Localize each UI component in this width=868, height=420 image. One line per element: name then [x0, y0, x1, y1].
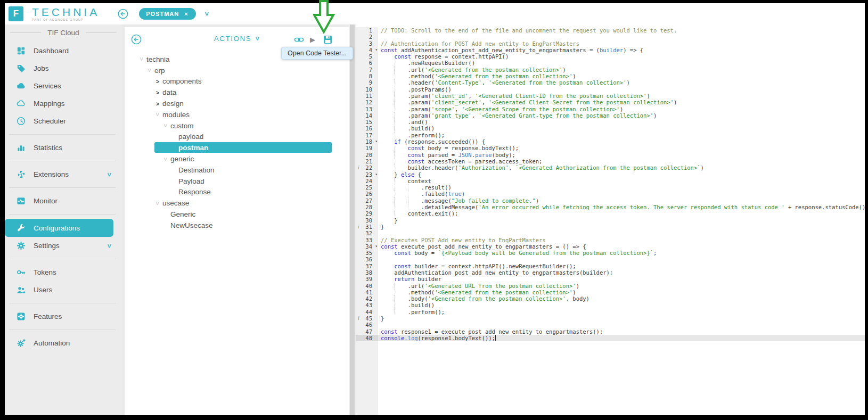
code-line-15[interactable]: 15.and()	[356, 119, 865, 125]
code-line-12[interactable]: 12.param('client_secret', '<Generated Cl…	[356, 99, 865, 105]
sidebar-item-mappings[interactable]: Mappings	[5, 95, 122, 112]
code-line-13[interactable]: 13.param('scope', '<Generated Scope from…	[356, 106, 865, 112]
code-line-46[interactable]: 46	[356, 322, 865, 328]
tree-expander-closed-icon[interactable]: >	[153, 89, 162, 96]
code-line-44[interactable]: 44.perform();	[356, 309, 865, 315]
fold-arrow-icon[interactable]: ▾	[375, 243, 378, 250]
sidebar-item-tokens[interactable]: Tokens	[5, 263, 122, 281]
code-line-9[interactable]: 9.header('Content-Type', '<Generated fro…	[356, 79, 865, 86]
tree-item-postman[interactable]: postman	[125, 142, 349, 153]
tree-expander-open-icon[interactable]: >	[138, 55, 145, 63]
tree-item-generic[interactable]: Generic	[125, 209, 349, 220]
tree-expander-open-icon[interactable]: >	[162, 155, 169, 163]
sidebar-item-settings[interactable]: Settings>	[5, 237, 122, 254]
code-line-18[interactable]: 18▾if (response.succeeded()) {	[356, 138, 865, 145]
code-line-10[interactable]: 10.postParams()	[356, 86, 865, 93]
fold-arrow-icon[interactable]: ▾	[375, 47, 378, 53]
code-line-27[interactable]: 27.message("Job failed to complete.")	[356, 197, 865, 204]
code-line-22[interactable]: 22ibuilder.header('Authorization', `<Gen…	[356, 164, 865, 171]
code-line-35[interactable]: 35const body = `{<Payload body will be G…	[356, 250, 865, 256]
code-line-42[interactable]: 42.body('<Generated from the postman col…	[356, 295, 865, 302]
sidebar-item-scheduler[interactable]: Scheduler	[5, 112, 122, 130]
code-line-30[interactable]: 30}	[356, 217, 865, 224]
scrollbar-thumb[interactable]	[350, 24, 355, 415]
code-line-28[interactable]: 28.detailedMessage('An error occurred wh…	[356, 204, 865, 210]
code-line-1[interactable]: 1// TODO: Scroll to the end of the file …	[356, 27, 865, 34]
code-line-6[interactable]: 6.newRequestBuilder()	[356, 60, 865, 66]
tree-item-erp[interactable]: >erp	[125, 65, 349, 76]
code-line-40[interactable]: 40.url('<Generated URL from the postman …	[356, 283, 865, 289]
play-icon[interactable]: ▶	[307, 34, 318, 45]
tab-list-chevron-icon[interactable]: >	[203, 12, 209, 16]
code-line-29[interactable]: 29context.exit();	[356, 210, 865, 217]
tree-item-data[interactable]: >data	[125, 87, 349, 98]
tree-item-components[interactable]: >components	[125, 76, 349, 87]
code-line-38[interactable]: 38addAuthentication_post_add_new_entity_…	[356, 269, 865, 276]
code-line-48[interactable]: 48console.log(response1.bodyText());	[356, 335, 865, 341]
tree-item-design[interactable]: >design	[125, 98, 349, 109]
code-line-2[interactable]: 2	[356, 34, 865, 40]
tree-item-response[interactable]: Response	[125, 187, 349, 198]
code-line-7[interactable]: 7.url('<Generated from the postman colle…	[356, 67, 865, 73]
tab-postman[interactable]: POSTMAN ✕	[139, 8, 195, 20]
save-icon[interactable]	[322, 34, 333, 45]
code-line-37[interactable]: 37const builder = context.httpAPI().newR…	[356, 263, 865, 269]
code-line-34[interactable]: 34▾const execute_post_add_new_entity_to_…	[356, 243, 865, 250]
code-line-43[interactable]: 43.build()	[356, 302, 865, 308]
code-line-8[interactable]: 8.method('<Generated from the postman co…	[356, 73, 865, 79]
tab-close-icon[interactable]: ✕	[184, 11, 189, 17]
link-icon[interactable]	[293, 34, 304, 45]
fold-arrow-icon[interactable]: ▾	[375, 171, 378, 178]
code-line-16[interactable]: 16.build()	[356, 125, 865, 131]
code-line-33[interactable]: 33// Executes POST Add new entity to Eng…	[356, 237, 865, 243]
sidebar-item-configurations[interactable]: Configurations	[5, 219, 113, 237]
code-line-4[interactable]: 4▾const addAuthentication_post_add_new_e…	[356, 47, 865, 53]
tree-item-modules[interactable]: >modules	[125, 109, 349, 120]
chevron-down-icon[interactable]: >	[107, 172, 112, 177]
code-line-5[interactable]: 5const response = context.httpAPI()	[356, 53, 865, 60]
code-line-20[interactable]: 20const parsed = JSON.parse(body);	[356, 152, 865, 158]
tree-expander-closed-icon[interactable]: >	[153, 101, 162, 107]
tree-expander-open-icon[interactable]: >	[154, 199, 161, 208]
sidebar-item-monitor[interactable]: Monitor	[5, 192, 122, 210]
code-line-14[interactable]: 14.param('grant_type', '<Generated Grant…	[356, 112, 865, 119]
tree-expander-open-icon[interactable]: >	[154, 110, 161, 119]
tree-item-newusecase[interactable]: NewUsecase	[125, 220, 349, 231]
tree-expander-open-icon[interactable]: >	[146, 66, 153, 75]
code-line-11[interactable]: 11.param('client_id', '<Generated Client…	[356, 93, 865, 99]
sidebar-item-automation[interactable]: Automation	[5, 334, 122, 352]
code-line-32[interactable]: 32	[356, 230, 865, 236]
tree-item-generic[interactable]: >generic	[125, 153, 349, 164]
code-line-3[interactable]: 3// Authentication for POST Add new enti…	[356, 40, 865, 47]
chevron-down-icon[interactable]: >	[107, 244, 112, 248]
tree-item-payload[interactable]: Payload	[125, 176, 349, 187]
code-line-24[interactable]: 24context	[356, 178, 865, 184]
code-line-41[interactable]: 41.method('<Generated from the postman c…	[356, 289, 865, 295]
code-line-19[interactable]: 19const body = response.bodyText();	[356, 145, 865, 151]
tree-expander-open-icon[interactable]: >	[162, 121, 169, 130]
fold-arrow-icon[interactable]: ▾	[375, 138, 378, 145]
sidebar-item-extensions[interactable]: Extensions>	[5, 166, 122, 183]
tree-expander-closed-icon[interactable]: >	[153, 78, 162, 85]
tree-item-custom[interactable]: >custom	[125, 120, 349, 131]
sidebar-item-features[interactable]: Features	[5, 308, 122, 325]
sidebar-item-services[interactable]: Services	[5, 77, 122, 95]
code-editor[interactable]: 1// TODO: Scroll to the end of the file …	[356, 24, 865, 415]
code-line-17[interactable]: 17.perform();	[356, 132, 865, 138]
code-line-26[interactable]: 26.failed(true)	[356, 191, 865, 197]
sidebar-item-dashboard[interactable]: Dashboard	[5, 42, 122, 60]
tree-item-destination[interactable]: Destination	[125, 164, 349, 176]
code-line-25[interactable]: 25.result()	[356, 184, 865, 191]
tree-item-payload[interactable]: payload	[125, 131, 349, 143]
tree-item-usecase[interactable]: >usecase	[125, 197, 349, 209]
sidebar-item-jobs[interactable]: Jobs	[5, 60, 122, 77]
code-line-21[interactable]: 21const accessToken = parsed.access_toke…	[356, 158, 865, 164]
code-line-31[interactable]: 31i}	[356, 224, 865, 230]
sidebar-item-users[interactable]: Users	[5, 281, 122, 299]
panel-scrollbar[interactable]	[349, 24, 356, 415]
sidebar-item-statistics[interactable]: Statistics	[5, 139, 122, 157]
code-line-23[interactable]: 23▾} else {	[356, 171, 865, 178]
code-line-39[interactable]: 39return builder	[356, 276, 865, 282]
code-line-45[interactable]: 45i}	[356, 315, 865, 322]
code-line-47[interactable]: 47const response1 = execute_post_add_new…	[356, 328, 865, 335]
